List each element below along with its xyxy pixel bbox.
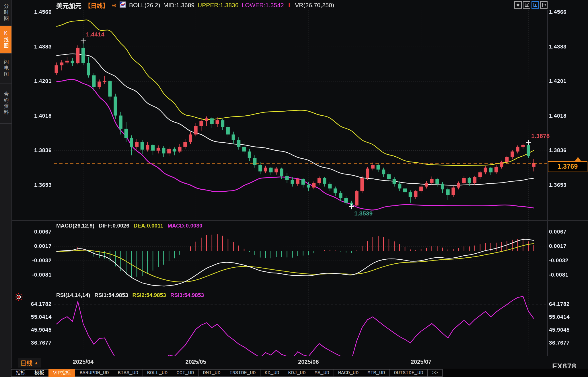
price-axis-label: 1.3836 [549,147,566,153]
sidebar-item-label: 闪电图 [2,59,9,77]
sidebar-item-label: 分时图 [2,4,9,22]
price-axis-label: 1.3653 [11,182,52,188]
tab-kd-ud[interactable]: KD_UD [260,369,284,377]
rsi-axis-label: 64.1782 [11,301,52,307]
chart-thumb-icon[interactable] [120,1,126,9]
tab-boll-ud[interactable]: BOLL_UD [143,369,172,377]
circle-plus-icon[interactable]: ⊕ [112,2,116,9]
month-label: 2025/05 [182,359,210,365]
panel-divider [11,220,588,221]
macd-header: MACD(26,12,9) DIFF:0.0026 DEA:0.0011 MAC… [56,223,203,229]
panel-divider [11,290,588,290]
boll-upper-value: UPPER:1.3836 [198,2,238,9]
macd-diff-value: DIFF:0.0026 [99,223,129,229]
macd-axis-label: 0.0067 [549,229,566,235]
period-label: 日线 [20,358,32,367]
period-tag[interactable]: 【日线】 [85,1,109,9]
price-axis-label: 1.3653 [549,182,566,188]
boll-mid-value: MID:1.3689 [163,2,195,9]
rsi3-value: RSI3:54.9853 [170,292,204,298]
chart-header: 美元加元 【日线】 ⊕ BOLL(26,2) MID:1.3689 UPPER:… [56,1,334,9]
macd-value: MACD:0.0030 [168,223,202,229]
chart-canvas[interactable] [0,0,588,377]
tab-bias-ud[interactable]: BIAS_UD [113,369,143,377]
axis-scale-icon[interactable] [523,1,530,9]
price-axis-label: 1.4383 [549,44,566,50]
tab-ma-ud[interactable]: MA_UD [310,369,334,377]
price-axis-label: 1.4018 [11,113,52,119]
price-axis-label: 1.3836 [11,147,52,153]
sidebar-item-timeline-chart[interactable]: 分时图 [0,0,11,26]
period-selector[interactable]: 日线 ▲ [18,358,41,368]
macd-axis-label: 0.0017 [549,243,566,249]
price-up-arrow-icon: ⬆ [287,2,292,9]
sidebar-item-lightning-chart[interactable]: 闪电图 [0,54,11,83]
auto-scale-icon[interactable] [531,1,539,9]
tab-mtm-ud[interactable]: MTM_UD [363,369,390,377]
macd-axis-label: -0.0032 [549,257,568,264]
boll-lower-value: LOWER:1.3542 [242,2,284,9]
triangle-up-icon: ▲ [34,360,38,365]
rsi-axis-label: 64.1782 [549,301,570,307]
price-annotation: 1.4414 [86,31,104,38]
month-label: 2025/07 [407,359,435,365]
sidebar-item-label: K线图 [2,30,9,49]
panel-divider [11,356,588,356]
sidebar-item-label: 合约资料 [2,92,9,116]
rsi-axis-label: 36.7677 [11,340,52,346]
month-label: 2025/06 [294,359,323,365]
price-axis-label: 1.4566 [549,9,566,15]
collapse-panel-icon[interactable] [540,1,548,9]
tab-cci-ud[interactable]: CCI_UD [172,369,198,377]
price-axis-label: 1.4201 [549,78,566,84]
rsi-axis-label: 36.7677 [549,340,570,346]
symbol-title: 美元加元 [56,1,81,10]
current-price-box: 1.3769 [548,161,587,172]
rsi1-value: RSI1:54.9853 [94,292,128,298]
rsi-label: RSI(14,14,14) [56,292,90,298]
rsi-axis-label: 55.0414 [549,314,570,320]
macd-dea-value: DEA:0.0011 [134,223,163,229]
price-axis-label: 1.4201 [11,78,52,84]
price-axis-label: 1.4383 [11,44,52,50]
rsi-axis-label: 45.9045 [549,327,570,333]
tab-vip-indicator[interactable]: VIP指标 [48,369,75,377]
rsi2-value: RSI2:54.9853 [133,292,166,298]
macd-axis-label: -0.0081 [11,272,52,278]
rsi-header: RSI(14,14,14) RSI1:54.9853 RSI2:54.9853 … [56,292,204,298]
price-annotation: 1.3878 [531,133,550,139]
macd-axis-label: 0.0067 [11,229,52,235]
tab-inside-ud[interactable]: INSIDE_UD [225,369,260,377]
macd-axis-label: 0.0017 [11,243,52,249]
tab-indicator[interactable]: 指标 [11,369,30,377]
sidebar-item-contract-info[interactable]: 合约资料 [0,83,11,124]
price-axis-label: 1.4566 [11,9,52,15]
tab-barupdn-ud[interactable]: BARUPDN_UD [75,369,113,377]
sidebar-item-kline-chart[interactable]: K线图 [0,26,11,54]
pan-icon[interactable] [514,1,522,9]
macd-axis-label: -0.0081 [549,272,568,278]
indicator-toolbar: 指标 模板 VIP指标 BARUPDN_UD BIAS_UD BOLL_UD C… [11,368,588,377]
tab-macd-ud[interactable]: MACD_UD [334,369,363,377]
tab-template[interactable]: 模板 [30,369,49,377]
chart-toolbar [514,1,548,9]
tab-more[interactable]: >> [427,369,442,377]
rsi-axis-label: 45.9045 [11,327,52,333]
macd-label: MACD(26,12,9) [56,223,94,229]
tab-outside-ud[interactable]: OUTSIDE_UD [389,369,428,377]
tab-dmi-ud[interactable]: DMI_UD [198,369,225,377]
macd-axis-label: -0.0032 [11,257,52,264]
price-axis-label: 1.4018 [549,113,566,119]
month-label: 2025/04 [69,359,98,365]
vr-label: VR(26,70,250) [295,2,334,9]
sidebar: 分时图 K线图 闪电图 合约资料 [0,0,12,377]
tab-kdj-ud[interactable]: KDJ_UD [284,369,310,377]
current-price-arrow-icon [575,157,581,161]
price-annotation: 1.3539 [354,210,373,217]
boll-label: BOLL(26,2) [129,2,160,9]
rsi-axis-label: 55.0414 [11,314,52,320]
